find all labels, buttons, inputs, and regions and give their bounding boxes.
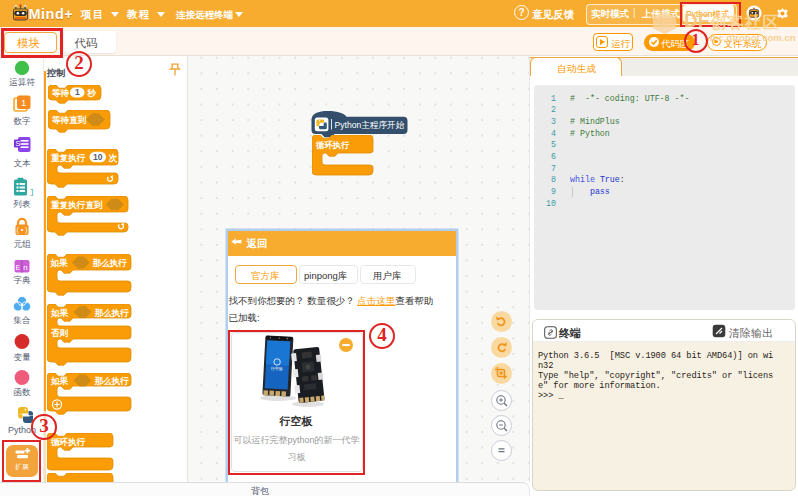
svg-text:重复执行: 重复执行	[51, 153, 86, 163]
svg-text:n: n	[23, 263, 28, 272]
svg-text:那么执行: 那么执行	[94, 308, 130, 318]
svg-text:如果: 如果	[50, 258, 69, 268]
svg-text:那么执行: 那么执行	[92, 258, 128, 268]
svg-text:否则: 否则	[50, 328, 69, 338]
svg-text:1: 1	[75, 87, 80, 97]
svg-text:]: ]	[30, 187, 35, 196]
svg-text:次: 次	[109, 153, 118, 163]
svg-text:那么执行: 那么执行	[94, 376, 130, 386]
svg-text:如果: 如果	[50, 308, 69, 318]
svg-text:1: 1	[21, 97, 26, 108]
svg-text:循环执行: 循环执行	[315, 140, 350, 150]
svg-text:重复执行直到: 重复执行直到	[51, 200, 103, 210]
svg-text:10: 10	[93, 152, 103, 162]
svg-text:如果: 如果	[50, 376, 69, 386]
svg-text:E: E	[16, 263, 21, 272]
svg-text:(•): (•)	[16, 226, 29, 234]
svg-text:秒: 秒	[87, 88, 97, 98]
svg-text:等待: 等待	[51, 88, 70, 98]
svg-text:等待直到: 等待直到	[51, 115, 87, 125]
svg-text:Python主程序开始: Python主程序开始	[335, 120, 405, 130]
svg-text:S: S	[15, 139, 20, 148]
